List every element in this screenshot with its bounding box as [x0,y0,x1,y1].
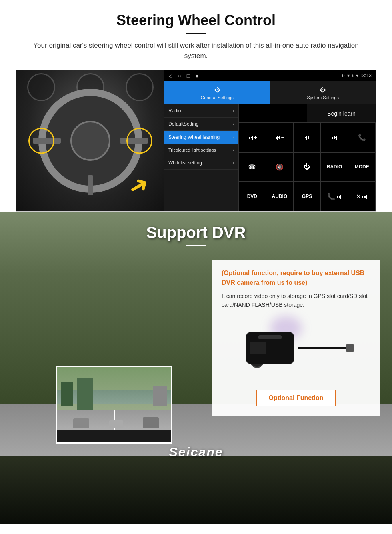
menu-item-radio[interactable]: Radio › [164,104,238,118]
menu-icon: ■ [196,73,199,79]
dvr-info-box: (Optional function, require to buy exter… [212,260,380,416]
menu-item-default-label: DefaultSetting [168,121,198,127]
right-control-highlight [126,128,152,154]
menu-item-default-setting[interactable]: DefaultSetting › [164,118,238,131]
gear-icon: ⚙ [214,86,220,94]
mode-label: MODE [355,164,369,170]
dvr-car-bottom [0,456,392,524]
menu-item-tricolour-label: Tricoloured light settings [168,148,216,152]
home-icon: ○ [178,73,181,79]
steering-wheel-photo: ➜ [16,70,164,211]
chevron-icon: › [233,161,234,165]
system-icon: ⚙ [320,86,326,94]
ctrl-btn-gps[interactable]: GPS [293,182,321,211]
clock: 9 ▾ 13:13 [352,73,372,78]
hangup-icon: ☎ [248,163,256,171]
title-divider [186,33,206,34]
camera-body [246,332,294,364]
left-control-highlight [28,128,54,154]
dvr-camera-image [222,316,370,380]
control-buttons-grid: ⏮+ ⏮− ⏮ ⏭ 📞 [238,123,376,211]
begin-learn-button[interactable]: Begin learn [307,104,376,123]
gps-label: GPS [302,194,312,199]
screenshot-dashboard [57,430,171,442]
ctrl-btn-next[interactable]: ⏭ [321,123,348,152]
tab-general-label: General Settings [201,95,234,100]
dvr-title-divider [186,245,206,246]
page-title: Steering Wheel Control [16,12,376,29]
menu-item-tricolour[interactable]: Tricoloured light settings › [164,144,238,156]
ctrl-btn-power[interactable]: ⏻ [293,152,321,182]
optional-function-button[interactable]: Optional Function [256,390,336,406]
dvr-optional-text: (Optional function, require to buy exter… [222,268,370,288]
dvd-label: DVD [247,194,257,199]
chevron-icon: › [233,122,234,126]
swc-panel: ➜ ◁ ○ □ ■ 9 ▾ 9 ▾ 13:13 [16,70,376,212]
mute-icon: 🔇 [276,163,284,171]
chevron-icon: › [233,148,234,152]
audio-label: AUDIO [272,194,288,199]
ctrl-btn-vol-up[interactable]: ⏮+ [238,123,266,152]
begin-learn-row: Begin learn [238,104,376,123]
ctrl-btn-audio[interactable]: AUDIO [266,182,294,211]
ctrl-btn-radio[interactable]: RADIO [321,152,348,182]
chevron-icon: › [233,109,234,113]
ctrl-btn-dvd[interactable]: DVD [238,182,266,211]
dvr-title: Support DVR [0,224,392,242]
next-icon: ⏭ [331,134,338,141]
status-bar: 9 ▾ 9 ▾ 13:13 [342,73,372,78]
ctrl-btn-hangup[interactable]: ☎ [238,152,266,182]
ctrl-btn-call-prev[interactable]: 📞⏮ [321,182,348,211]
dvr-screenshot-thumbnail [56,366,172,444]
settings-menu-list: Radio › DefaultSetting › Steering Wheel … [164,104,238,211]
tab-system-settings[interactable]: ⚙ System Settings [270,81,376,104]
vol-down-icon: ⏮− [274,134,284,141]
ctrl-btn-prev[interactable]: ⏮ [293,123,321,152]
tab-system-label: System Settings [307,95,339,100]
dvr-content-overlay: Support DVR [0,212,392,246]
skip-next-icon: ✕⏭ [356,193,368,200]
ctrl-btn-mode[interactable]: MODE [348,152,376,182]
android-nav-bar: ◁ ○ □ ■ 9 ▾ 9 ▾ 13:13 [164,70,376,81]
settings-tabs: ⚙ General Settings ⚙ System Settings [164,81,376,104]
seicane-brand-text: Seicane [169,445,223,459]
radio-label: RADIO [327,164,342,170]
ctrl-btn-skip-next[interactable]: ✕⏭ [348,182,376,211]
menu-controls-area: Radio › DefaultSetting › Steering Wheel … [164,104,376,211]
section-steering-wheel: Steering Wheel Control Your original car… [0,0,392,212]
wifi-icon: ▾ [347,73,350,78]
power-icon: ⏻ [304,163,310,170]
menu-item-radio-label: Radio [168,108,181,114]
android-ui: ◁ ○ □ ■ 9 ▾ 9 ▾ 13:13 ⚙ General Settings [164,70,376,211]
call-prev-icon: 📞⏮ [327,193,342,200]
ctrl-btn-call[interactable]: 📞 [348,123,376,152]
section-subtitle: Your original car's steering wheel contr… [32,40,360,61]
menu-item-whitelist[interactable]: Whitelist setting › [164,156,238,170]
prev-icon: ⏮ [304,134,310,141]
menu-item-steering-wheel[interactable]: Steering Wheel learning › [164,131,238,144]
ctrl-btn-vol-down[interactable]: ⏮− [266,123,294,152]
chevron-icon: › [233,135,234,140]
ctrl-btn-mute[interactable]: 🔇 [266,152,294,182]
vol-up-icon: ⏮+ [247,134,257,141]
signal-icon: 9 [342,73,345,78]
recent-icon: □ [187,73,190,79]
empty-box [238,104,307,123]
android-nav-icons: ◁ ○ □ ■ [168,73,199,79]
seicane-logo: Seicane [0,445,392,460]
menu-item-whitelist-label: Whitelist setting [168,160,202,166]
call-icon: 📞 [358,134,366,141]
menu-item-steering-label: Steering Wheel learning [168,134,220,140]
section-dvr: Support DVR (Optional function, require … [0,212,392,524]
back-icon: ◁ [168,73,172,79]
tab-general-settings[interactable]: ⚙ General Settings [164,81,270,104]
dvr-description: It can record video only to storage in G… [222,292,370,310]
controls-area: Begin learn ⏮+ ⏮− ⏮ [238,104,376,211]
